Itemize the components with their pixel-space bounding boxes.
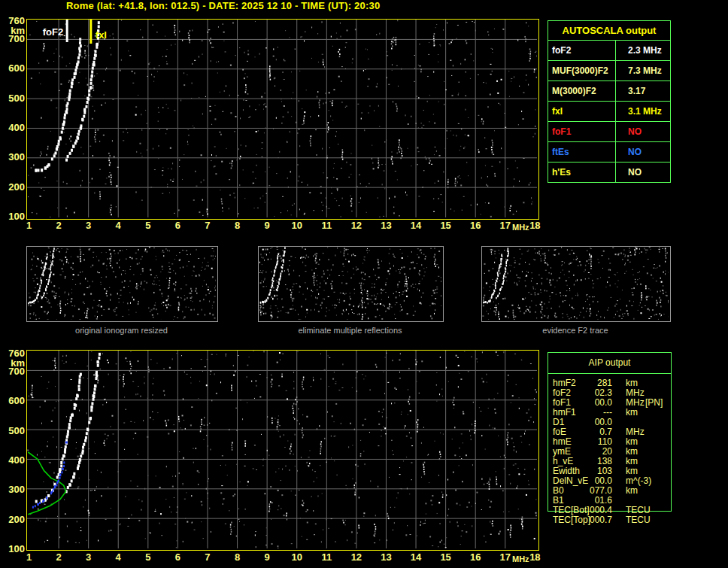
x-tick-label: 18	[529, 220, 540, 231]
x-tick-label: 12	[351, 551, 362, 563]
x-tick-label: 11	[321, 551, 332, 563]
aip-output-rows: hmF2 281 km foF2 02.3 MHz foF1 00.0 MHz …	[548, 378, 670, 525]
thumbnail-canvas	[27, 247, 216, 320]
top-ionogram-canvas: foF2fxI	[27, 20, 537, 217]
x-tick-label: 5	[145, 220, 150, 231]
thumbnail-caption: evidence F2 trace	[481, 326, 669, 336]
table-row-m3000f2: M(3000)F2 3.17	[548, 81, 670, 102]
table-row-ftes: ftEs NO	[548, 142, 670, 163]
x-tick-label: 11	[321, 220, 332, 231]
y-tick-label: 700	[0, 34, 25, 44]
x-tick-label: 2	[56, 220, 61, 231]
param-label: h'Es	[548, 163, 616, 182]
table-row-hpes: h'Es NO	[548, 163, 670, 182]
x-tick-label: 8	[235, 220, 240, 231]
param-unit: km	[626, 486, 638, 496]
x-tick-label: 10	[291, 551, 302, 563]
y-tick-label: 400	[0, 455, 25, 465]
y-tick-label: 600	[0, 396, 25, 405]
x-tick-label: 1	[26, 551, 32, 563]
bottom-ionogram-canvas	[27, 351, 537, 548]
param-unit: TECU	[626, 515, 651, 525]
bottom-x-axis: 123456789101112131415161718	[0, 551, 728, 563]
top-ionogram-plot: foF2fxI	[26, 19, 539, 220]
x-tick-label: 9	[265, 220, 270, 231]
x-tick-label: 4	[116, 551, 121, 563]
x-tick-label: 15	[440, 551, 450, 563]
param-note: [PN]	[645, 398, 663, 408]
x-tick-label: 7	[205, 220, 210, 231]
table-row-muf3000f2: MUF(3000)F2 7.3 MHz	[548, 61, 670, 81]
param-unit: km	[626, 408, 638, 418]
x-tick-label: 8	[235, 551, 240, 563]
thumbnail-canvas	[259, 247, 441, 320]
x-tick-label: 3	[86, 551, 91, 563]
x-tick-label: 14	[411, 551, 421, 563]
param-value: NO	[616, 163, 670, 182]
table-row-fof1: foF1 NO	[548, 122, 670, 142]
x-tick-label: 15	[440, 220, 450, 231]
x-tick-label: 4	[116, 220, 121, 231]
x-tick-label: 10	[291, 220, 302, 231]
x-axis-unit: MHz	[512, 223, 529, 232]
x-tick-label: 14	[411, 220, 421, 231]
x-tick-label: 3	[86, 220, 91, 231]
param-value: 7.3 MHz	[616, 61, 670, 80]
param-value: 000.7	[581, 515, 612, 525]
y-tick-label: 400	[0, 123, 25, 132]
y-tick-label: 300	[0, 152, 25, 162]
table-row-fof2: foF2 2.3 MHz	[548, 41, 670, 61]
param-label: foF2	[548, 41, 616, 60]
x-tick-label: 2	[56, 551, 61, 563]
param-label: M(3000)F2	[548, 81, 616, 101]
param-label: MUF(3000)F2	[548, 61, 616, 80]
thumbnail-canvas	[482, 247, 669, 320]
autoscala-output-table: AUTOSCALA output foF2 2.3 MHz MUF(3000)F…	[548, 20, 671, 183]
table-row-fxi: fxI 3.1 MHz	[548, 102, 670, 122]
x-tick-label: 12	[351, 220, 362, 231]
aip-header: AIP output	[548, 353, 671, 374]
param-label: foF1	[548, 122, 616, 141]
y-tick-label: 500	[0, 93, 25, 103]
param-value: NO	[616, 122, 670, 141]
y-tick-label: 700	[0, 366, 25, 376]
x-tick-label: 7	[205, 551, 210, 563]
x-tick-label: 17	[500, 551, 511, 563]
marker-label-foF2: foF2	[43, 26, 63, 38]
marker-label-fxI: fxI	[96, 29, 107, 41]
param-value: NO	[616, 142, 670, 162]
y-tick-label: 200	[0, 515, 25, 524]
param-label: ftEs	[548, 142, 616, 162]
param-value: 3.17	[616, 81, 670, 101]
thumbnail-evidence-f2-trace	[481, 246, 671, 322]
x-tick-label: 5	[145, 551, 150, 563]
x-tick-label: 16	[470, 220, 481, 231]
x-tick-label: 18	[529, 551, 540, 563]
x-tick-label: 1	[26, 220, 32, 231]
x-tick-label: 9	[265, 551, 270, 563]
x-tick-label: 17	[500, 220, 511, 231]
thumbnail-caption: original ionogram resized	[26, 326, 217, 336]
x-tick-label: 13	[381, 551, 391, 563]
x-tick-label: 13	[381, 220, 391, 231]
x-axis-unit: MHz	[512, 554, 529, 563]
x-tick-label: 16	[470, 551, 481, 563]
thumbnail-caption: eliminate multiple reflections	[258, 326, 442, 336]
x-tick-label: 6	[175, 220, 180, 231]
thumbnail-original-ionogram	[26, 246, 218, 322]
autoscala-table-header: AUTOSCALA output	[548, 21, 670, 41]
autoscala-window: Rome (lat: +41.8, lon: 012.5) - DATE: 20…	[0, 0, 728, 568]
y-tick-label: 300	[0, 484, 25, 494]
param-value: 3.1 MHz	[616, 102, 670, 121]
y-tick-label: 500	[0, 426, 25, 436]
bottom-ionogram-plot	[26, 350, 539, 551]
param-label: fxI	[548, 102, 616, 121]
top-x-axis: 123456789101112131415161718	[0, 220, 728, 231]
param-value: 2.3 MHz	[616, 41, 670, 60]
y-tick-label: 600	[0, 63, 25, 73]
station-date-title: Rome (lat: +41.8, lon: 012.5) - DATE: 20…	[66, 0, 380, 11]
x-tick-label: 6	[175, 551, 180, 563]
thumbnail-eliminate-reflections	[258, 246, 444, 322]
y-tick-label: 200	[0, 182, 25, 192]
aip-row-tectop: TEC[Top] 000.7 TECU	[548, 515, 670, 525]
